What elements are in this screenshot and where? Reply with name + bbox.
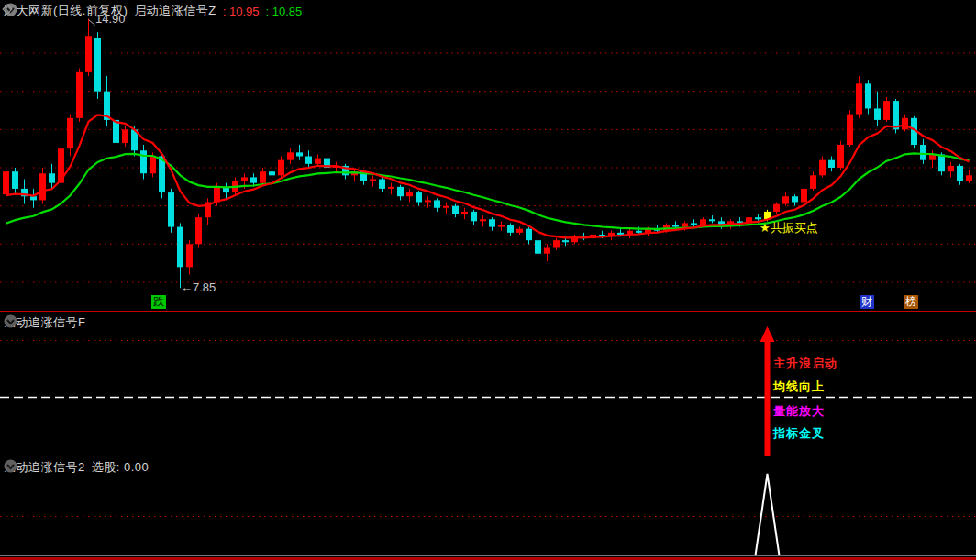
buy-arrow-head	[760, 326, 775, 342]
candle-body	[874, 108, 881, 120]
candle-body	[507, 225, 514, 232]
panel3-header: 启动追涨信号2 选股: 0.00	[4, 459, 149, 476]
signal-panel-f: 启动追涨信号F 主升浪启动 均线向上 量能放大 指标金叉	[0, 312, 976, 456]
candle-body	[443, 206, 449, 208]
candle-body	[76, 72, 83, 118]
badge-wealth[interactable]: 财	[860, 295, 874, 309]
candle-body	[315, 159, 321, 164]
candle-body	[801, 189, 807, 203]
main-price-panel: 浙大网新(日线.前复权) 启动追涨信号Z : 10.95 : 10.85 14.…	[0, 0, 976, 312]
candle-body	[12, 171, 18, 189]
panel3-value: 选股: 0.00	[92, 459, 150, 476]
candle-body	[425, 200, 431, 202]
candle-body	[792, 196, 798, 202]
high-pointer-line	[89, 19, 95, 25]
signal-text-main-wave: 主升浪启动	[773, 356, 837, 372]
candle-body	[150, 156, 156, 173]
candle-body	[140, 150, 147, 173]
candle-body	[250, 177, 257, 182]
diamond-icon	[0, 2, 15, 16]
chevron-down-icon[interactable]	[4, 314, 17, 328]
candle-body	[828, 160, 835, 168]
signal-panel-2: 启动追涨信号2 选股: 0.00	[0, 456, 976, 560]
indicator-value-green: : 10.85	[266, 5, 303, 18]
candle-body	[920, 145, 926, 160]
candle-body	[461, 212, 468, 214]
candle-body	[177, 227, 183, 268]
candle-body	[526, 229, 532, 241]
candle-body	[682, 223, 688, 226]
candle-body	[3, 171, 9, 194]
candle-body	[617, 233, 624, 235]
candle-body	[893, 101, 899, 129]
badge-ranking[interactable]: 榜	[904, 295, 918, 309]
stock-pick-spike	[756, 474, 780, 555]
signal-f-chart[interactable]	[0, 312, 976, 456]
buy-arrow-shaft	[765, 335, 771, 456]
resonance-buy-point-label: ★共振买点	[760, 220, 818, 236]
candle-body	[416, 192, 422, 202]
signal-text-ma-up: 均线向上	[773, 379, 825, 395]
stock-title: 浙大网新(日线.前复权)	[4, 3, 128, 19]
candle-body	[379, 179, 385, 188]
candle-body	[434, 200, 440, 207]
candle-body	[773, 204, 780, 212]
candle-body	[966, 175, 972, 181]
candle-body	[49, 173, 55, 182]
candle-body	[672, 225, 679, 226]
candle-body	[957, 166, 963, 181]
signal-text-volume: 量能放大	[773, 403, 825, 420]
candle-body	[535, 240, 541, 254]
signal-text-golden-cross: 指标金叉	[773, 425, 825, 442]
candle-body	[471, 212, 477, 221]
candle-body	[948, 166, 954, 171]
panel2-header: 启动追涨信号F	[4, 314, 85, 331]
candle-body	[847, 115, 853, 145]
chevron-down-icon[interactable]	[4, 459, 17, 473]
main-chart-header: 浙大网新(日线.前复权) 启动追涨信号Z : 10.95 : 10.85	[4, 3, 302, 19]
candle-body	[691, 223, 697, 225]
candle-body	[122, 129, 128, 143]
indicator-name: 启动追涨信号Z	[134, 3, 216, 19]
candle-body	[489, 219, 495, 226]
candle-body	[30, 196, 37, 200]
candle-body	[498, 225, 505, 226]
candle-body	[67, 118, 73, 148]
candle-body	[553, 240, 560, 247]
candle-body	[388, 187, 394, 189]
candlestick-chart[interactable]	[0, 0, 976, 311]
candle-body	[562, 240, 569, 242]
candle-body	[810, 175, 816, 189]
candle-body	[544, 247, 550, 253]
candle-body	[516, 229, 523, 233]
candle-body	[168, 192, 174, 227]
candle-body	[85, 36, 92, 72]
candle-body	[837, 145, 844, 168]
candle-body	[819, 160, 826, 176]
candle-body	[260, 171, 266, 183]
candle-body	[865, 83, 871, 108]
badge-fall[interactable]: 跌	[151, 295, 166, 309]
candle-body	[241, 177, 248, 181]
candle-body	[709, 219, 715, 221]
candle-body	[782, 196, 789, 203]
candle-body	[755, 217, 761, 219]
candle-body	[370, 179, 376, 181]
candle-body	[94, 38, 101, 91]
candle-body	[269, 171, 275, 175]
candle-body	[636, 231, 642, 233]
candle-body	[480, 219, 486, 221]
candle-body	[406, 192, 413, 196]
trading-app: { "header": { "stock_title": "浙大网新(日线.前复…	[0, 0, 976, 560]
candle-body	[195, 217, 202, 244]
fast-ma-line	[6, 115, 970, 237]
zero-baseline	[0, 555, 976, 556]
candle-body	[278, 160, 284, 176]
candle-body	[186, 244, 193, 267]
candle-body	[305, 156, 312, 163]
indicator-value-red: : 10.95	[223, 5, 260, 18]
candle-body	[856, 83, 862, 114]
candle-body	[39, 173, 46, 200]
candle-body	[700, 219, 706, 225]
candle-body	[287, 152, 294, 159]
